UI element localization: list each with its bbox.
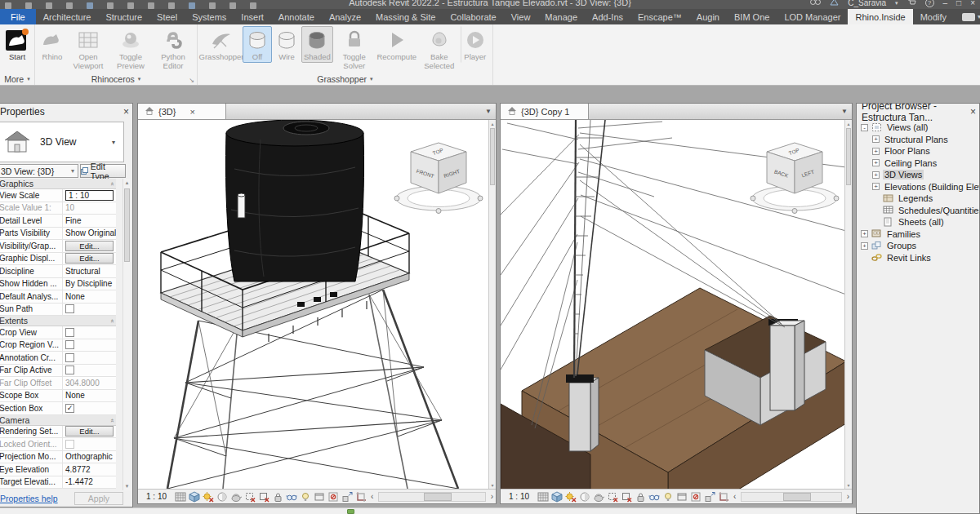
view-scale-button[interactable]: 1 : 10 — [509, 492, 529, 501]
locked-3d-view-icon[interactable] — [271, 490, 283, 503]
vertical-scrollbar[interactable]: ▴▾ — [488, 120, 496, 489]
property-value[interactable]: Structural — [65, 267, 100, 276]
qat-icon[interactable] — [209, 2, 216, 9]
worksharing-status-icon[interactable] — [347, 509, 354, 514]
vertical-scrollbar[interactable]: ▴▾ — [844, 120, 852, 489]
property-value[interactable]: 304.8000 — [65, 379, 100, 388]
show-analytical-model-icon[interactable] — [689, 490, 702, 503]
scroll-right-icon[interactable]: › — [488, 492, 496, 501]
visual-style-icon[interactable] — [550, 490, 563, 503]
property-value[interactable]: -1.4472 — [65, 477, 93, 486]
qat-icon[interactable] — [148, 2, 154, 9]
panel-label-rhinoceros[interactable]: Rhinoceros▾ — [35, 73, 197, 85]
ribbon-tab-add-ins[interactable]: Add-Ins — [585, 9, 630, 24]
viewcube[interactable]: TOP BACK LEFT — [750, 133, 840, 215]
model-canvas-water-tower[interactable]: TOP FRONT RIGHT — [138, 120, 488, 489]
ribbon-tab-structure[interactable]: Structure — [98, 9, 149, 24]
scroll-left-icon[interactable]: ‹ — [731, 492, 738, 501]
ribbon-tab-massing-site[interactable]: Massing & Site — [368, 9, 443, 24]
qat-icon[interactable] — [168, 2, 175, 9]
scroll-down-icon[interactable]: ▾ — [123, 483, 131, 490]
expand-icon[interactable]: + — [872, 171, 880, 179]
qat-icon[interactable] — [229, 2, 236, 9]
bake-selected-button[interactable]: Bake Selected — [418, 26, 461, 72]
expand-icon[interactable]: + — [872, 159, 880, 166]
locked-3d-view-icon[interactable] — [634, 490, 646, 503]
off-button[interactable]: Off — [243, 26, 272, 63]
scroll-up-icon[interactable]: ▴ — [123, 179, 131, 186]
modify-tool-dropdown-icon[interactable]: ▾ — [962, 9, 980, 24]
property-value[interactable]: None — [65, 391, 85, 400]
checkbox[interactable] — [65, 340, 74, 349]
crop-view-icon[interactable] — [243, 490, 256, 503]
property-value[interactable]: 10 — [65, 203, 74, 212]
shadows-icon[interactable] — [216, 490, 228, 503]
toggle-solver-button[interactable]: Toggle Solver — [333, 26, 376, 72]
close-button[interactable]: × — [970, 0, 975, 7]
tree-item-floor-plans[interactable]: +Floor Plans — [857, 145, 979, 157]
panel-label-grasshopper[interactable]: Grasshopper▾ — [198, 73, 492, 85]
help-icon[interactable]: ? — [925, 0, 934, 7]
toggle-preview-button[interactable]: Toggle Preview — [109, 26, 152, 72]
collapse-icon[interactable]: - — [861, 124, 868, 131]
sun-path-icon[interactable] — [202, 490, 214, 503]
properties-scrollbar[interactable]: ▴ ▾ — [122, 179, 131, 490]
tree-item-3d-views[interactable]: +3D Views — [857, 169, 979, 181]
shadows-icon[interactable] — [578, 490, 590, 503]
qat-icon[interactable] — [87, 2, 93, 9]
ribbon-tab-view[interactable]: View — [504, 9, 538, 24]
tree-item-ceiling-plans[interactable]: +Ceiling Plans — [857, 157, 979, 170]
section-pin-icon[interactable]: « — [106, 419, 117, 422]
properties-help-link[interactable]: Properties help — [0, 494, 58, 503]
reveal-constraints-icon[interactable] — [717, 490, 729, 503]
app-store-icon[interactable] — [907, 0, 916, 7]
property-value[interactable]: Fine — [65, 216, 81, 225]
crop-region-icon[interactable] — [620, 490, 632, 503]
tab-overflow-icon[interactable]: ▼ — [841, 108, 848, 115]
checkbox[interactable]: ✓ — [65, 404, 74, 413]
view-tab-3d[interactable]: {3D} × — [138, 104, 226, 119]
wire-button[interactable]: Wire — [272, 26, 301, 63]
close-icon[interactable]: × — [970, 106, 976, 117]
view-scale-button[interactable]: 1 : 10 — [146, 492, 167, 501]
model-canvas-antenna[interactable]: TOP BACK LEFT — [501, 120, 844, 489]
edit-type-button[interactable]: Edit Type — [80, 164, 126, 178]
open-viewport-button[interactable]: Open Viewport — [67, 26, 109, 72]
close-icon[interactable]: × — [123, 106, 129, 117]
section-pin-icon[interactable]: « — [106, 319, 117, 322]
grasshopper-button[interactable]: Grasshopper — [200, 26, 243, 63]
highlight-displacement-sets-icon[interactable] — [703, 490, 715, 503]
tab-overflow-icon[interactable]: ▼ — [485, 108, 492, 115]
detail-level-icon[interactable] — [537, 490, 549, 503]
ribbon-tab-rhino-inside[interactable]: Rhino.Inside — [848, 9, 912, 24]
section-header-camera[interactable]: Camera« — [0, 415, 116, 426]
qat-icon[interactable] — [107, 2, 114, 9]
ribbon-tab-manage[interactable]: Manage — [537, 9, 585, 24]
qat-icon[interactable] — [46, 2, 52, 9]
section-header-extents[interactable]: Extents« — [0, 316, 116, 326]
player-button[interactable]: Player — [461, 26, 490, 63]
ribbon-tab-modify[interactable]: Modify — [913, 9, 954, 24]
reveal-hidden-elements-icon[interactable] — [662, 490, 674, 503]
tree-item-structural-plans[interactable]: +Structural Plans — [857, 134, 979, 146]
qat-icon[interactable] — [5, 2, 11, 9]
close-view-icon[interactable]: × — [189, 107, 194, 117]
ribbon-tab-augin[interactable]: Augin — [689, 9, 727, 24]
tree-item-groups[interactable]: +Groups — [857, 240, 979, 252]
ribbon-tab-enscape[interactable]: Enscape™ — [630, 9, 689, 24]
viewcube[interactable]: TOP FRONT RIGHT — [394, 133, 483, 215]
expand-icon[interactable]: + — [872, 148, 880, 155]
scroll-left-icon[interactable]: ‹ — [368, 492, 376, 501]
checkbox[interactable] — [65, 440, 74, 449]
reveal-hidden-elements-icon[interactable] — [299, 490, 311, 503]
qat-icon[interactable] — [127, 2, 134, 9]
panel-label-more[interactable]: More▾ — [0, 73, 34, 85]
scrollbar-thumb[interactable] — [783, 493, 811, 501]
tree-item-legends[interactable]: +Legends — [857, 193, 979, 205]
ribbon-tab-lod-manager[interactable]: LOD Manager — [777, 9, 848, 24]
section-pin-icon[interactable]: « — [106, 182, 117, 185]
crop-view-icon[interactable] — [606, 490, 618, 503]
start-button[interactable]: Start — [2, 26, 32, 63]
checkbox[interactable] — [65, 304, 74, 313]
temporary-view-properties-icon[interactable] — [313, 490, 325, 503]
